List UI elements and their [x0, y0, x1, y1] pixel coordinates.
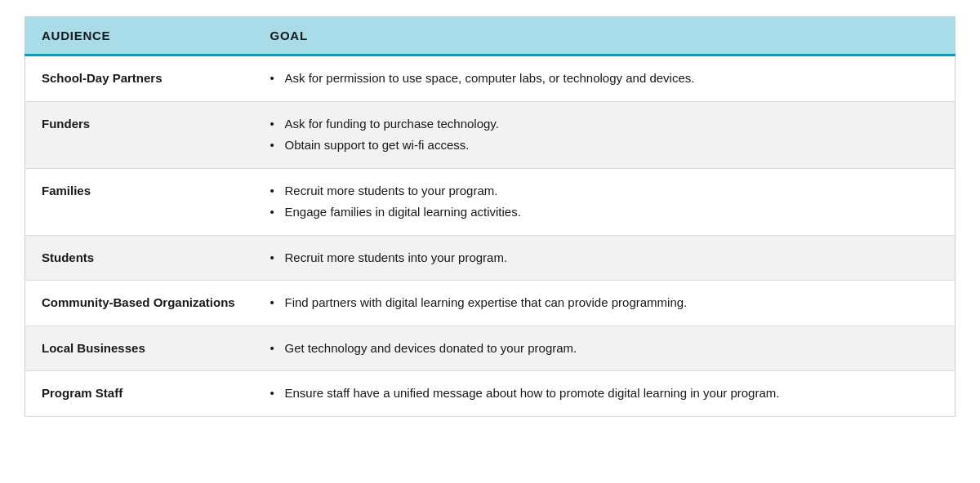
goal-item: Find partners with digital learning expe…	[270, 294, 939, 312]
goal-cell: Ask for permission to use space, compute…	[254, 55, 956, 102]
table-row: Community-Based OrganizationsFind partne…	[25, 281, 956, 326]
goal-item: Recruit more students to your program.	[270, 182, 939, 201]
audience-cell: Funders	[25, 101, 254, 168]
goal-item: Recruit more students into your program.	[270, 249, 939, 268]
goal-cell: Ask for funding to purchase technology.O…	[254, 101, 956, 168]
audience-cell: Program Staff	[25, 371, 254, 417]
audience-cell: Families	[25, 168, 254, 235]
goal-item: Ensure staff have a unified message abou…	[270, 384, 939, 403]
goal-item: Obtain support to get wi-fi access.	[270, 136, 939, 155]
audience-header: AUDIENCE	[25, 17, 254, 55]
audience-cell: Students	[25, 235, 254, 281]
goal-item: Ask for permission to use space, compute…	[270, 69, 939, 88]
audience-cell: School-Day Partners	[25, 55, 254, 102]
table-row: StudentsRecruit more students into your …	[25, 235, 956, 281]
goal-cell: Find partners with digital learning expe…	[254, 281, 956, 326]
table-row: Local BusinessesGet technology and devic…	[25, 326, 956, 371]
audience-cell: Community-Based Organizations	[25, 281, 254, 326]
audience-goal-table: AUDIENCE GOAL School-Day PartnersAsk for…	[24, 16, 956, 417]
table-row: School-Day PartnersAsk for permission to…	[25, 55, 956, 102]
goal-cell: Recruit more students to your program.En…	[254, 168, 956, 235]
goal-item: Engage families in digital learning acti…	[270, 203, 939, 222]
goal-cell: Ensure staff have a unified message abou…	[254, 371, 956, 417]
goal-item: Get technology and devices donated to yo…	[270, 339, 939, 358]
table-row: FundersAsk for funding to purchase techn…	[25, 101, 956, 168]
audience-cell: Local Businesses	[25, 326, 254, 371]
table-header-row: AUDIENCE GOAL	[25, 17, 956, 55]
goal-cell: Get technology and devices donated to yo…	[254, 326, 956, 371]
table-row: Program StaffEnsure staff have a unified…	[25, 371, 956, 417]
goal-cell: Recruit more students into your program.	[254, 235, 956, 281]
goal-header: GOAL	[254, 17, 956, 55]
table-row: FamiliesRecruit more students to your pr…	[25, 168, 956, 235]
goal-item: Ask for funding to purchase technology.	[270, 115, 939, 134]
